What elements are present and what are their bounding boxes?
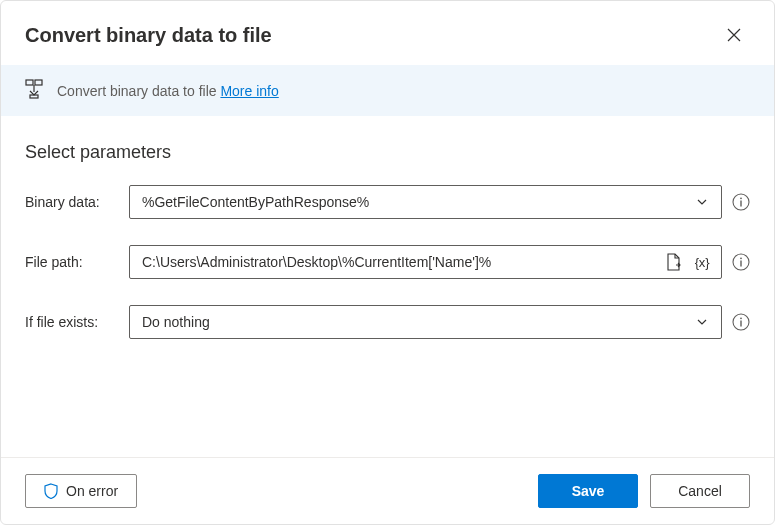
chevron-down-icon[interactable] bbox=[691, 191, 713, 213]
if-file-exists-icons bbox=[691, 311, 713, 333]
dialog-footer: On error Save Cancel bbox=[1, 457, 774, 524]
svg-rect-2 bbox=[30, 95, 38, 98]
svg-rect-11 bbox=[740, 321, 741, 327]
select-file-icon[interactable] bbox=[663, 251, 685, 273]
cancel-label: Cancel bbox=[678, 483, 722, 499]
row-if-file-exists: If file exists: Do nothing bbox=[25, 305, 750, 339]
info-icon[interactable] bbox=[732, 253, 750, 271]
save-label: Save bbox=[572, 483, 605, 499]
svg-rect-5 bbox=[740, 201, 741, 207]
variable-icon[interactable]: {x} bbox=[691, 251, 713, 273]
if-file-exists-value: Do nothing bbox=[142, 314, 691, 330]
svg-point-4 bbox=[740, 197, 742, 199]
info-bar: Convert binary data to file More info bbox=[1, 65, 774, 116]
file-path-label: File path: bbox=[25, 254, 117, 270]
svg-point-7 bbox=[740, 257, 742, 259]
save-button[interactable]: Save bbox=[538, 474, 638, 508]
shield-icon bbox=[44, 483, 58, 499]
if-file-exists-select[interactable]: Do nothing bbox=[129, 305, 722, 339]
binary-data-value: %GetFileContentByPathResponse% bbox=[142, 194, 691, 210]
more-info-link[interactable]: More info bbox=[220, 83, 278, 99]
footer-right: Save Cancel bbox=[538, 474, 750, 508]
dialog-body: Select parameters Binary data: %GetFileC… bbox=[1, 116, 774, 457]
binary-data-input[interactable]: %GetFileContentByPathResponse% bbox=[129, 185, 722, 219]
binary-data-icons bbox=[691, 191, 713, 213]
convert-file-icon bbox=[25, 79, 43, 102]
close-icon bbox=[727, 28, 741, 42]
svg-rect-8 bbox=[740, 261, 741, 267]
info-bar-text: Convert binary data to file More info bbox=[57, 83, 279, 99]
if-file-exists-label: If file exists: bbox=[25, 314, 117, 330]
file-path-input[interactable]: C:\Users\Administrator\Desktop\%CurrentI… bbox=[129, 245, 722, 279]
info-bar-label: Convert binary data to file bbox=[57, 83, 217, 99]
info-icon[interactable] bbox=[732, 313, 750, 331]
file-path-icons: {x} bbox=[663, 251, 713, 273]
if-file-exists-field-wrap: Do nothing bbox=[129, 305, 750, 339]
binary-data-field-wrap: %GetFileContentByPathResponse% bbox=[129, 185, 750, 219]
svg-point-10 bbox=[740, 317, 742, 319]
on-error-label: On error bbox=[66, 483, 118, 499]
svg-rect-1 bbox=[35, 80, 42, 85]
dialog-title: Convert binary data to file bbox=[25, 24, 272, 47]
dialog-header: Convert binary data to file bbox=[1, 1, 774, 65]
row-binary-data: Binary data: %GetFileContentByPathRespon… bbox=[25, 185, 750, 219]
chevron-down-icon[interactable] bbox=[691, 311, 713, 333]
dialog: Convert binary data to file Convert bina… bbox=[0, 0, 775, 525]
row-file-path: File path: C:\Users\Administrator\Deskto… bbox=[25, 245, 750, 279]
section-title: Select parameters bbox=[25, 142, 750, 163]
svg-rect-0 bbox=[26, 80, 33, 85]
on-error-button[interactable]: On error bbox=[25, 474, 137, 508]
close-button[interactable] bbox=[718, 19, 750, 51]
file-path-field-wrap: C:\Users\Administrator\Desktop\%CurrentI… bbox=[129, 245, 750, 279]
binary-data-label: Binary data: bbox=[25, 194, 117, 210]
cancel-button[interactable]: Cancel bbox=[650, 474, 750, 508]
info-icon[interactable] bbox=[732, 193, 750, 211]
file-path-value: C:\Users\Administrator\Desktop\%CurrentI… bbox=[142, 254, 663, 270]
